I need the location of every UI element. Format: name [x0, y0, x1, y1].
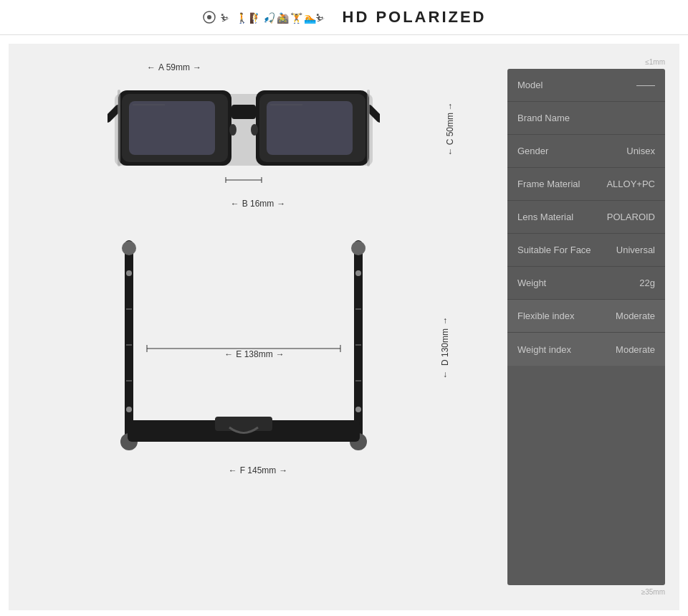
spec-value-2: Unisex: [626, 146, 655, 156]
activity-icons-svg: ⛷ 🚶 🧗 🎣 🚵 🏋 🏊 ⛷: [202, 7, 331, 27]
right-panel: ≤1mm Model——Brand NameGenderUnisexFrame …: [507, 58, 665, 596]
spec-row-5: Suitable For FaceUniversal: [507, 234, 665, 267]
svg-point-1: [207, 15, 211, 19]
svg-rect-28: [367, 90, 370, 166]
dimension-a-label: ← A 59mm →: [147, 62, 201, 72]
spec-row-0: Model——: [507, 69, 665, 102]
spec-label-5: Suitable For Face: [517, 245, 591, 255]
spec-row-8: Weight indexModerate: [507, 333, 665, 366]
svg-point-47: [355, 270, 361, 276]
spec-label-7: Flexible index: [517, 311, 575, 321]
svg-point-48: [126, 407, 132, 412]
spec-row-2: GenderUnisex: [507, 135, 665, 168]
spec-label-3: Frame Material: [517, 179, 580, 189]
left-panel: ← A 59mm →: [23, 58, 493, 596]
spec-label-1: Brand Name: [517, 113, 570, 123]
spec-value-8: Moderate: [616, 344, 655, 355]
svg-text:🚵: 🚵: [277, 12, 290, 24]
svg-point-31: [122, 241, 136, 255]
dimension-f-label: ← F 145mm →: [108, 465, 408, 475]
spec-row-7: Flexible indexModerate: [507, 300, 665, 333]
spec-label-8: Weight index: [517, 344, 571, 355]
svg-text:🏋: 🏋: [290, 12, 303, 24]
svg-point-25: [229, 124, 236, 136]
svg-text:🚶: 🚶: [236, 12, 249, 24]
spec-row-3: Frame MaterialALLOY+PC: [507, 168, 665, 201]
spec-row-4: Lens MaterialPOLAROID: [507, 201, 665, 234]
svg-rect-20: [267, 101, 353, 155]
svg-text:🎣: 🎣: [263, 12, 276, 24]
specs-table: Model——Brand NameGenderUnisexFrame Mater…: [507, 69, 665, 585]
spec-label-2: Gender: [517, 146, 548, 156]
main-content: ← A 59mm →: [9, 44, 679, 610]
spec-value-6: 22g: [639, 278, 655, 288]
header-icons: ⛷ 🚶 🧗 🎣 🚵 🏋 🏊 ⛷: [202, 7, 331, 27]
small-label-bottom: ≥35mm: [507, 588, 665, 596]
spec-row-6: Weight22g: [507, 267, 665, 300]
spec-value-4: POLAROID: [607, 212, 655, 222]
dimension-c-label: ↑ C 50mm ↓: [445, 101, 455, 156]
svg-text:🧗: 🧗: [249, 12, 262, 24]
svg-rect-36: [215, 417, 272, 431]
small-label-top: ≤1mm: [507, 58, 665, 66]
svg-point-32: [351, 241, 366, 255]
spec-label-4: Lens Material: [517, 212, 573, 222]
svg-rect-27: [118, 90, 120, 166]
svg-rect-18: [129, 101, 215, 155]
glasses-front-svg: [108, 80, 380, 194]
dimension-e-label: ← E 138mm →: [172, 349, 337, 359]
header-title: HD POLARIZED: [343, 8, 487, 27]
front-view-container: ← A 59mm →: [108, 80, 408, 209]
spec-label-0: Model: [517, 80, 543, 90]
svg-point-26: [251, 124, 258, 136]
svg-point-46: [126, 270, 132, 276]
dimension-d-label: ↑ D 130mm ↓: [440, 241, 450, 454]
spec-label-6: Weight: [517, 278, 546, 288]
svg-point-49: [355, 407, 361, 412]
dimension-b-label: ← B 16mm →: [108, 199, 408, 209]
glasses-bottom-svg: [108, 237, 380, 460]
spec-value-3: ALLOY+PC: [606, 179, 655, 189]
bottom-view-container: ← E 138mm → ↑ D 130mm ↓ ← F 145mm →: [108, 237, 408, 475]
svg-text:⛷: ⛷: [315, 12, 325, 24]
spec-value-5: Universal: [616, 245, 655, 255]
spec-value-0: ——: [636, 80, 655, 90]
svg-rect-15: [231, 105, 256, 119]
page-header: ⛷ 🚶 🧗 🎣 🚵 🏋 🏊 ⛷ HD POLARIZED: [0, 0, 688, 35]
svg-text:⛷: ⛷: [220, 12, 230, 24]
spec-row-1: Brand Name: [507, 102, 665, 135]
spec-value-7: Moderate: [616, 311, 655, 321]
